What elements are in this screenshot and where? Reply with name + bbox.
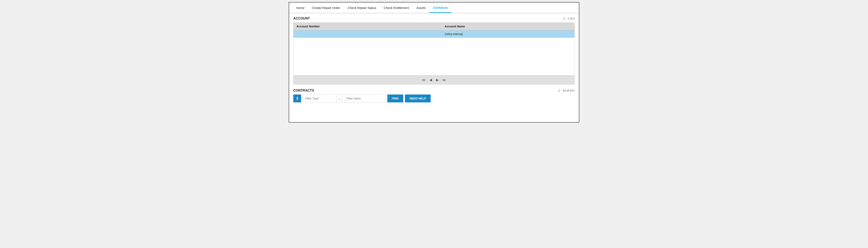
pager-prev-button[interactable]: ◀ xyxy=(428,78,433,82)
top-navigation: Home Create Repair Order Check Repair St… xyxy=(289,2,579,13)
account-section-title: ACCOUNT xyxy=(293,17,310,20)
cell-account-number xyxy=(293,30,442,38)
account-table-header-row: Account Number Account Name xyxy=(293,23,575,30)
nav-check-repair-status[interactable]: Check Repair Status xyxy=(344,3,380,12)
pager-last-button[interactable]: ⏭ xyxy=(441,78,447,82)
account-table-head: Account Number Account Name xyxy=(293,23,575,30)
pager-next-button[interactable]: ▶ xyxy=(435,78,440,82)
nav-assets[interactable]: Assets xyxy=(413,3,429,12)
filter-type-input[interactable] xyxy=(303,95,336,102)
nav-home[interactable]: Home xyxy=(292,3,308,12)
account-table-body: Zebra Internal xyxy=(293,30,575,75)
contracts-pagination: 1 - 10 of 10+ xyxy=(558,89,575,92)
nav-check-entitlement[interactable]: Check Entitlement xyxy=(380,3,413,12)
col-account-number: Account Number xyxy=(293,23,442,30)
table-row[interactable]: Zebra Internal xyxy=(293,30,575,38)
main-content: ACCOUNT 1 - 1 of 1 Account Number Accoun… xyxy=(289,13,579,106)
download-button[interactable]: ⬇ xyxy=(293,94,301,102)
account-table-footer: ⏮ ◀ ▶ ⏭ xyxy=(293,75,575,85)
need-help-button[interactable]: NEED HELP xyxy=(405,94,431,102)
find-button[interactable]: FIND xyxy=(387,94,403,102)
contracts-section-title: CONTRACTS xyxy=(293,89,314,92)
account-table: Account Number Account Name Zebra Intern… xyxy=(293,22,575,75)
account-pagination: 1 - 1 of 1 xyxy=(563,17,575,20)
contracts-header-row: CONTRACTS 1 - 10 of 10+ xyxy=(293,89,575,92)
table-row xyxy=(293,68,575,75)
contracts-toolbar: ⬇ ⌄ FIND NEED HELP xyxy=(293,94,575,102)
col-account-name: Account Name xyxy=(442,23,575,30)
contracts-section: CONTRACTS 1 - 10 of 10+ ⬇ ⌄ FIND NEED HE… xyxy=(293,89,575,102)
download-icon: ⬇ xyxy=(296,96,299,101)
nav-create-repair-order[interactable]: Create Repair Order xyxy=(308,3,344,12)
table-row xyxy=(293,45,575,53)
filter-type-chevron-icon[interactable]: ⌄ xyxy=(336,95,342,102)
filter-type-wrapper: ⌄ xyxy=(303,94,342,102)
account-header-row: ACCOUNT 1 - 1 of 1 xyxy=(293,17,575,20)
cell-account-name: Zebra Internal xyxy=(442,30,575,38)
table-row xyxy=(293,38,575,45)
nav-contracts[interactable]: Contracts xyxy=(429,3,452,13)
table-row xyxy=(293,60,575,68)
filter-value-input[interactable] xyxy=(344,94,385,102)
table-row xyxy=(293,53,575,60)
pager-first-button[interactable]: ⏮ xyxy=(421,78,427,82)
